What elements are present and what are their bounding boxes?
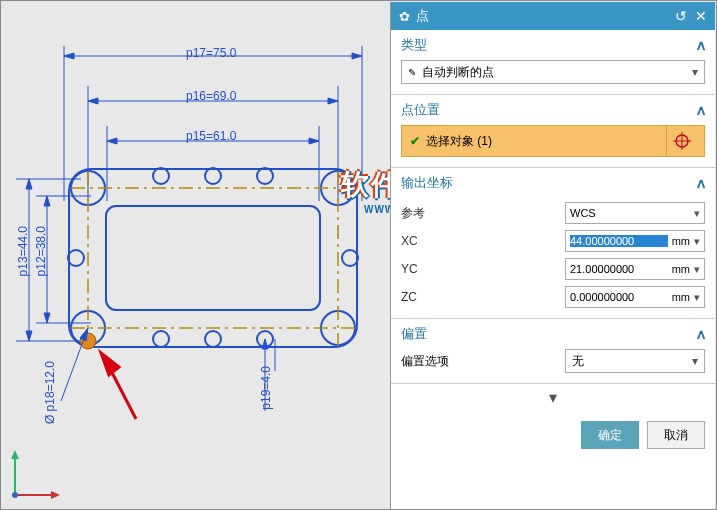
- yc-input[interactable]: [570, 263, 668, 275]
- button-row: 确定 取消: [391, 411, 715, 459]
- svg-point-33: [257, 168, 273, 184]
- svg-marker-50: [101, 353, 119, 375]
- svg-marker-54: [51, 491, 60, 499]
- section-type-header[interactable]: 类型 ᴧ: [401, 36, 705, 54]
- wand-icon: ✎: [408, 67, 416, 78]
- section-output: 输出坐标 ᴧ 参考 WCS ▾ XC mm ▾ YC mm ▾ ZC: [391, 168, 715, 319]
- section-type: 类型 ᴧ ✎ 自动判断的点 ▾: [391, 30, 715, 95]
- dim-p18: Ø p18=12.0: [43, 361, 57, 424]
- zc-label: ZC: [401, 290, 557, 304]
- svg-marker-9: [328, 98, 338, 104]
- xc-label: XC: [401, 234, 557, 248]
- ok-button[interactable]: 确定: [581, 421, 639, 449]
- section-output-header[interactable]: 输出坐标 ᴧ: [401, 174, 705, 192]
- dim-p19: p19=4.0: [259, 366, 273, 410]
- target-button[interactable]: [666, 126, 696, 156]
- svg-marker-14: [309, 138, 319, 144]
- chevron-down-icon: ▾: [692, 354, 698, 368]
- section-location: 点位置 ᴧ ✔ 选择对象 (1): [391, 95, 715, 168]
- select-object-row[interactable]: ✔ 选择对象 (1): [401, 125, 705, 157]
- svg-marker-19: [26, 331, 32, 341]
- cancel-button[interactable]: 取消: [647, 421, 705, 449]
- type-combo-value: 自动判断的点: [422, 64, 494, 81]
- svg-point-31: [153, 168, 169, 184]
- svg-marker-3: [64, 53, 74, 59]
- chevron-down-icon: ▾: [694, 263, 700, 276]
- chevron-up-icon: ᴧ: [697, 102, 705, 118]
- svg-marker-52: [11, 450, 19, 459]
- chevron-up-icon: ᴧ: [697, 175, 705, 191]
- section-offset: 偏置 ᴧ 偏置选项 无 ▾: [391, 319, 715, 384]
- ref-label: 参考: [401, 205, 557, 222]
- svg-point-37: [68, 250, 84, 266]
- dim-p15: p15=61.0: [186, 129, 236, 143]
- svg-marker-8: [88, 98, 98, 104]
- chevron-down-icon: ▾: [694, 235, 700, 248]
- crosshair-icon: [673, 132, 691, 150]
- chevron-up-icon: ᴧ: [697, 37, 705, 53]
- zc-input[interactable]: [570, 291, 668, 303]
- chevron-down-icon: ▾: [549, 389, 557, 406]
- xc-unit: mm: [672, 235, 690, 247]
- svg-marker-48: [262, 339, 268, 349]
- svg-rect-25: [69, 169, 357, 347]
- panel-title: 点: [416, 7, 429, 25]
- svg-marker-13: [107, 138, 117, 144]
- chevron-down-icon: ▾: [694, 291, 700, 304]
- dim-p16: p16=69.0: [186, 89, 236, 103]
- zc-field[interactable]: mm ▾: [565, 286, 705, 308]
- axis-triad: [5, 445, 65, 505]
- yc-field[interactable]: mm ▾: [565, 258, 705, 280]
- section-offset-label: 偏置: [401, 325, 427, 343]
- xc-field[interactable]: mm ▾: [565, 230, 705, 252]
- panel-titlebar[interactable]: ✿ 点 ↺ ✕: [391, 2, 715, 30]
- svg-marker-18: [26, 179, 32, 189]
- zc-unit: mm: [672, 291, 690, 303]
- ref-value: WCS: [570, 207, 694, 219]
- check-icon: ✔: [410, 134, 420, 148]
- gear-icon: ✿: [399, 9, 410, 24]
- close-icon[interactable]: ✕: [695, 8, 707, 24]
- drawing-canvas[interactable]: p17=75.0 p16=69.0 p15=61.0 p13=44.0 p12=…: [1, 1, 391, 510]
- svg-marker-24: [44, 313, 50, 323]
- section-type-label: 类型: [401, 36, 427, 54]
- yc-unit: mm: [672, 263, 690, 275]
- section-location-header[interactable]: 点位置 ᴧ: [401, 101, 705, 119]
- select-object-label: 选择对象 (1): [426, 133, 492, 150]
- type-combo[interactable]: ✎ 自动判断的点 ▾: [401, 60, 705, 84]
- chevron-down-icon: ▾: [694, 207, 700, 220]
- svg-marker-45: [80, 328, 88, 341]
- expand-toggle[interactable]: ▾: [391, 384, 715, 411]
- point-dialog: ✿ 点 ↺ ✕ 类型 ᴧ ✎ 自动判断的点 ▾ 点位置 ᴧ ✔ 选择对象 (1): [390, 2, 715, 509]
- chevron-down-icon: ▾: [692, 65, 698, 79]
- dim-p12: p12=38.0: [34, 226, 48, 276]
- section-location-label: 点位置: [401, 101, 440, 119]
- svg-rect-26: [106, 206, 320, 310]
- offset-combo[interactable]: 无 ▾: [565, 349, 705, 373]
- svg-point-34: [153, 331, 169, 347]
- yc-label: YC: [401, 262, 557, 276]
- dim-p17: p17=75.0: [186, 46, 236, 60]
- ref-combo[interactable]: WCS ▾: [565, 202, 705, 224]
- section-offset-header[interactable]: 偏置 ᴧ: [401, 325, 705, 343]
- svg-marker-23: [44, 196, 50, 206]
- svg-point-55: [12, 492, 18, 498]
- offset-opt-label: 偏置选项: [401, 353, 449, 370]
- svg-point-38: [342, 250, 358, 266]
- svg-marker-4: [352, 53, 362, 59]
- section-output-label: 输出坐标: [401, 174, 453, 192]
- svg-point-35: [205, 331, 221, 347]
- offset-combo-value: 无: [572, 353, 698, 370]
- chevron-up-icon: ᴧ: [697, 326, 705, 342]
- svg-point-32: [205, 168, 221, 184]
- dim-p13: p13=44.0: [16, 226, 30, 276]
- reset-icon[interactable]: ↺: [675, 8, 687, 24]
- xc-input[interactable]: [570, 235, 668, 247]
